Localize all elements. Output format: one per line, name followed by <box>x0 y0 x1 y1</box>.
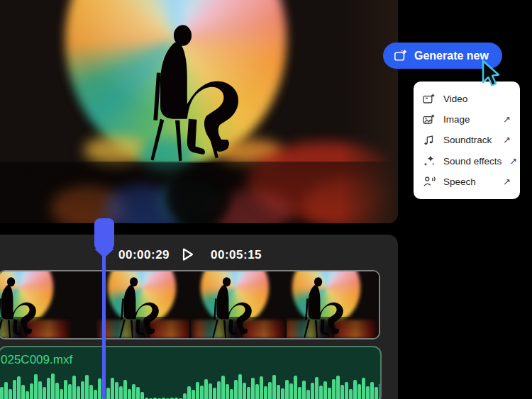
video-generate-icon <box>423 93 436 106</box>
generate-dropdown-menu: VideoImage↗Soundtrack↗Sound effects↗Spee… <box>414 82 520 199</box>
waveform-bar <box>98 378 101 399</box>
menu-item-label: Speech <box>443 176 476 187</box>
waveform-bar <box>128 389 131 399</box>
seated-person-silhouette <box>301 276 348 338</box>
wall-shadow <box>341 0 398 223</box>
waveform-bar <box>306 390 310 399</box>
menu-item-label: Image <box>443 114 470 125</box>
video-thumbnail <box>287 271 380 338</box>
waveform-bar <box>72 376 76 399</box>
waveform-bar <box>47 378 50 399</box>
duration-timecode: 00:05:15 <box>211 248 262 262</box>
sound-effects-icon <box>423 154 436 167</box>
generate-new-label: Generate new <box>414 50 489 62</box>
menu-item-sound-effects[interactable]: Sound effects↗ <box>414 151 520 172</box>
waveform-bar <box>209 383 212 399</box>
speech-icon <box>423 175 436 188</box>
waveform-bar <box>226 384 229 399</box>
external-link-icon: ↗ <box>503 114 511 125</box>
waveform-bar <box>217 381 221 399</box>
waveform-bar <box>34 374 38 399</box>
waveform-bar <box>230 389 233 399</box>
playhead-handle[interactable] <box>94 218 114 250</box>
waveform-bar <box>94 390 97 399</box>
seated-person-silhouette <box>145 23 250 165</box>
waveform-bar <box>64 380 67 399</box>
waveform-bar <box>319 386 323 399</box>
play-button[interactable] <box>178 245 196 264</box>
waveform-bar <box>251 378 255 399</box>
waveform-bar <box>234 380 238 399</box>
video-preview[interactable] <box>0 0 398 223</box>
waveform-bar <box>289 383 293 399</box>
video-thumbnail <box>95 271 189 338</box>
waveform-bar <box>243 383 246 399</box>
video-thumbnail <box>0 271 94 338</box>
waveform-bar <box>358 384 361 399</box>
external-link-icon: ↗ <box>503 135 511 145</box>
waveform-bar <box>302 381 306 399</box>
waveform-bar <box>375 387 378 399</box>
waveform-bar <box>345 382 348 399</box>
waveform-bar <box>9 389 12 399</box>
waveform-bar <box>123 380 127 399</box>
waveform-bar <box>192 390 195 399</box>
waveform-bar <box>315 377 318 399</box>
waveform-bar <box>336 376 340 399</box>
waveform-bar <box>366 386 370 399</box>
waveform-bar <box>247 387 250 399</box>
waveform-bar <box>349 389 353 399</box>
waveform-bar <box>332 379 336 399</box>
waveform-bar <box>298 387 301 399</box>
video-clip[interactable] <box>0 270 380 339</box>
waveform-bar <box>43 387 46 399</box>
waveform-bar <box>30 383 33 399</box>
external-link-icon: ↗ <box>509 156 517 167</box>
waveform-bar <box>13 380 16 399</box>
waveform-bar <box>85 375 89 399</box>
seated-person-silhouette <box>210 276 257 338</box>
waveform-bar <box>323 381 327 399</box>
seated-person-silhouette <box>117 276 164 338</box>
waveform-bar <box>60 389 63 399</box>
current-timecode: 00:00:29 <box>118 248 170 262</box>
waveform-bar <box>77 386 80 399</box>
waveform-bar <box>55 383 59 399</box>
waveform-bar <box>277 385 280 399</box>
seated-person-silhouette <box>0 276 41 338</box>
waveform-bar <box>260 376 263 399</box>
waveform-bar <box>0 387 4 399</box>
waveform-bar <box>294 376 297 399</box>
waveform-bar <box>213 388 216 399</box>
menu-item-image[interactable]: Image↗ <box>414 109 520 130</box>
waveform-bar <box>353 380 357 399</box>
menu-item-video[interactable]: Video <box>414 89 520 109</box>
waveform-bar <box>264 386 267 399</box>
menu-item-soundtrack[interactable]: Soundtrack↗ <box>414 130 520 150</box>
image-generate-icon <box>423 113 436 126</box>
menu-item-speech[interactable]: Speech↗ <box>414 172 520 192</box>
waveform-bar <box>200 386 204 399</box>
waveform-bar <box>115 382 118 399</box>
audio-clip[interactable]: 025C009.mxf <box>0 346 382 399</box>
waveform-bar <box>17 376 21 399</box>
waveform-bar <box>272 375 276 399</box>
waveform-bar <box>26 391 29 399</box>
menu-item-label: Sound effects <box>443 156 501 167</box>
generate-sparkle-icon <box>394 49 408 63</box>
waveform-bar <box>362 378 365 399</box>
soundtrack-icon <box>423 134 436 147</box>
waveform-bar <box>183 393 187 399</box>
waveform-bar <box>379 383 379 399</box>
menu-item-label: Video <box>443 94 467 104</box>
waveform-bar <box>21 385 25 399</box>
waveform-bar <box>196 382 199 399</box>
waveform-bar <box>370 382 374 399</box>
waveform-bar <box>89 385 93 399</box>
waveform-bar <box>285 380 289 399</box>
audio-clip-filename: 025C009.mxf <box>1 353 72 367</box>
floor-shade <box>0 162 398 223</box>
external-link-icon: ↗ <box>503 176 511 187</box>
waveform-bar <box>268 382 272 399</box>
waveform-bar <box>51 373 55 399</box>
